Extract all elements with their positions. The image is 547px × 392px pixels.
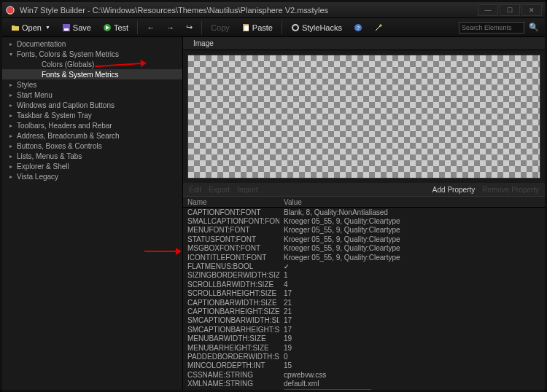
property-row[interactable]: CAPTIONBARHEIGHT:SIZE21 [183,307,545,315]
property-name: CAPTIONBARWIDTH:SIZE [183,299,279,307]
tree-label: Toolbars, Headers and Rebar [17,122,112,130]
property-row[interactable]: XMLNAME:STRINGdefault.xml [183,379,545,388]
tree-label: Start Menu [17,91,53,99]
property-value: 19 [279,344,545,352]
tree-label: Lists, Menus & Tabs [17,152,82,160]
property-name: MENUBARWIDTH:SIZE [183,334,279,342]
stylehacks-button[interactable]: StyleHacks [287,22,346,34]
image-tab[interactable]: Image [183,37,545,50]
property-name: STATUSFONT:FONT [183,235,279,243]
tree-item[interactable]: ▸Lists, Menus & Tabs [2,151,182,161]
property-name: SMCAPTIONBARHEIGHT:SIZE [183,326,279,334]
tree-arrow-icon: ▸ [9,153,15,160]
tree-item[interactable]: ▸Start Menu [2,90,182,100]
tree-item[interactable]: ▸Address, Breadcrumb & Search [2,130,182,141]
tree-item[interactable]: ▸Vista Legacy [2,171,182,181]
image-preview [187,55,540,179]
property-list[interactable]: CAPTIONFONT:FONTBlank, 8, Quality:NonAnt… [183,208,545,390]
tree-arrow-icon: ▸ [9,143,15,149]
property-row[interactable]: PADDEDBORDERWIDTH:SIZE0 [183,352,545,361]
property-name: CSSNAME:STRING [183,371,279,379]
tree-label: Vista Legacy [17,173,58,181]
property-row[interactable]: STATUSFONT:FONTKroeger 05_55, 9, Quality… [183,235,545,243]
property-row[interactable]: CSSNAME:STRINGcpwebvw.css [183,370,545,379]
property-value: Blank, 8, Quality:NonAntialiased [279,208,545,216]
property-value: Kroeger 05_55, 9, Quality:Cleartype [279,254,545,262]
property-row[interactable]: SCROLLBARWIDTH:SIZE4 [183,280,545,289]
property-row[interactable]: MSGBOXFONT:FONTKroeger 05_55, 9, Quality… [183,244,545,253]
property-name: SMALLCAPTIONFONT:FONT [183,217,279,225]
paste-button[interactable]: Paste [237,22,277,34]
property-row[interactable]: SMCAPTIONBARHEIGHT:SIZE17 [183,325,545,334]
property-name: SMCAPTIONBARWIDTH:SIZE [183,316,279,324]
property-value: 1 [279,271,545,279]
tree-item[interactable]: ▸Toolbars, Headers and Rebar [2,120,182,130]
tree-item[interactable]: ▸Styles [2,79,182,90]
forward-button[interactable]: → [162,22,179,34]
property-row[interactable]: MENUBARHEIGHT:SIZE19 [183,343,545,352]
maximize-button[interactable]: ☐ [500,4,520,16]
property-name: MENUBARHEIGHT:SIZE [183,344,279,352]
tree-label: Address, Breadcrumb & Search [17,132,120,140]
redo-button[interactable]: ↪ [182,21,197,34]
property-value: 17 [279,289,545,297]
property-row[interactable]: SCROLLBARHEIGHT:SIZE17 [183,289,545,298]
property-value: 15 [279,361,545,369]
search-input[interactable] [459,22,524,34]
tree-label: Taskbar & System Tray [17,111,92,119]
help-button[interactable]: ? [349,22,367,34]
wand-button[interactable] [370,22,387,34]
property-row[interactable]: SMALLCAPTIONFONT:FONTKroeger 05_55, 9, Q… [183,216,545,225]
property-row[interactable]: CAPTIONBARWIDTH:SIZE21 [183,298,545,307]
tree-item[interactable]: Fonts & System Metrics [2,69,182,79]
property-header: Name Value [183,196,545,208]
tree-item[interactable]: ▸Taskbar & System Tray [2,110,182,120]
tree-item[interactable]: ▸Explorer & Shell [2,161,182,171]
property-name: CAPTIONFONT:FONT [183,208,279,216]
sidebar-tree[interactable]: ▸Documentation▾Fonts, Colors & System Me… [2,37,183,390]
property-row[interactable]: ICONTITLEFONT:FONTKroeger 05_55, 9, Qual… [183,253,545,262]
tree-item[interactable]: ▸Windows and Caption Buttons [2,100,182,110]
tree-label: Fonts, Colors & System Metrics [17,50,119,58]
property-row[interactable]: MENUBARWIDTH:SIZE19 [183,334,545,342]
property-value: Kroeger 05_55, 9, Quality:Cleartype [279,235,545,243]
tree-item[interactable]: ▾Fonts, Colors & System Metrics [2,49,182,59]
remove-property-button: Remove Property [482,186,539,194]
tree-item[interactable]: ▸Documentation [2,39,182,49]
tree-label: Styles [17,81,36,89]
property-row[interactable]: SIZINGBORDERWIDTH:SIZE1 [183,271,545,280]
open-button[interactable]: Open▼ [7,22,55,34]
property-row[interactable]: SCROLLBAR:COLOR [183,388,545,390]
app-icon [5,5,15,15]
property-row[interactable]: MENUFONT:FONTKroeger 05_55, 9, Quality:C… [183,226,545,235]
toolbar: Open▼ Save Test ← → ↪ Copy Paste StyleHa… [2,18,545,37]
test-button[interactable]: Test [98,22,133,34]
tree-item[interactable]: ▸Buttons, Boxes & Controls [2,141,182,151]
close-button[interactable]: ✕ [521,4,542,16]
folder-icon [11,23,20,32]
gear-icon [291,23,300,32]
tree-arrow-icon: ▸ [9,133,15,139]
column-value[interactable]: Value [279,198,545,206]
property-row[interactable]: FLATMENUS:BOOL✓ [183,262,545,270]
property-name: SCROLLBARWIDTH:SIZE [183,281,279,289]
color-swatch[interactable] [284,389,371,390]
tree-label: Explorer & Shell [17,162,69,170]
tree-label: Documentation [17,40,66,48]
property-name: MINCOLORDEPTH:INT [183,361,279,369]
play-icon [103,23,112,32]
property-row[interactable]: MINCOLORDEPTH:INT15 [183,361,545,370]
back-button[interactable]: ← [142,22,159,34]
save-button[interactable]: Save [58,22,96,34]
add-property-button[interactable]: Add Property [432,186,475,194]
titlebar[interactable]: Win7 Style Builder - C:\Windows\Resource… [2,2,545,18]
wand-icon [374,23,383,32]
column-name[interactable]: Name [183,198,279,206]
property-value [279,389,545,390]
property-row[interactable]: SMCAPTIONBARWIDTH:SIZE17 [183,316,545,325]
search-go-button[interactable]: 🔍 [527,21,540,34]
tree-arrow-icon: ▸ [9,173,15,180]
property-row[interactable]: CAPTIONFONT:FONTBlank, 8, Quality:NonAnt… [183,208,545,216]
tree-item[interactable]: Colors (Globals) [2,59,182,69]
minimize-button[interactable]: — [478,4,498,16]
